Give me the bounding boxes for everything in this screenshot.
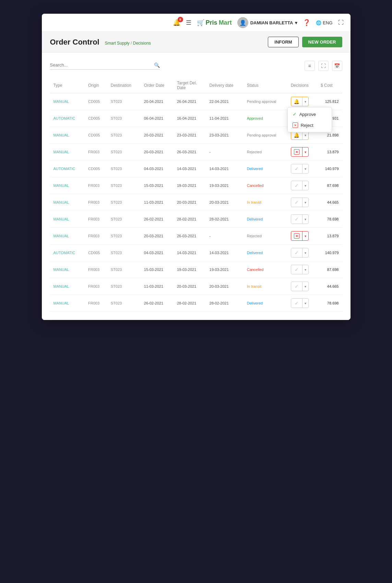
cell-status: Pending approval <box>243 93 287 110</box>
decision-icon[interactable]: ✓ <box>291 198 302 207</box>
toolbar-icons: ≡ ⛶ 📅 <box>305 61 342 71</box>
decision-wrapper[interactable]: ✓▾ <box>291 298 309 308</box>
decision-button[interactable]: ✓▾ <box>291 265 309 274</box>
cell-decision[interactable]: ✓▾ <box>287 261 317 278</box>
dropdown-approve[interactable]: ✓Approve <box>288 109 332 120</box>
cell-origin: CD005 <box>85 110 107 127</box>
decision-caret[interactable]: ▾ <box>302 164 308 173</box>
decision-caret[interactable]: ▾ <box>302 299 308 308</box>
decision-button[interactable]: ✕▾ <box>291 231 309 241</box>
decision-icon[interactable]: ✓ <box>291 215 302 224</box>
notification-badge: 8 <box>178 17 183 22</box>
decision-icon[interactable]: ✓ <box>291 181 302 190</box>
decision-wrapper[interactable]: ✓▾ <box>291 265 309 274</box>
decision-icon[interactable]: ✓ <box>291 265 302 274</box>
reject-icon: ✕ <box>294 233 299 239</box>
decision-icon[interactable]: ✕ <box>291 231 302 240</box>
search-icon: 🔍 <box>154 62 160 68</box>
decision-caret[interactable]: ▾ <box>302 147 308 156</box>
decision-wrapper[interactable]: ✕▾ <box>291 147 309 157</box>
cell-decision[interactable]: ✓▾ <box>287 278 317 295</box>
cell-delivery-date: - <box>206 228 243 245</box>
cell-order-date: 11-03-2021 <box>141 278 174 295</box>
new-order-button[interactable]: NEW ORDER <box>302 37 342 47</box>
decision-caret[interactable]: ▾ <box>302 265 308 274</box>
decision-icon[interactable]: ✓ <box>291 248 302 257</box>
decision-wrapper[interactable]: ✓▾ <box>291 164 309 174</box>
help-icon[interactable]: ❓ <box>303 19 310 26</box>
calendar-icon[interactable]: 📅 <box>332 61 342 71</box>
decision-caret[interactable]: ▾ <box>302 181 308 190</box>
cell-decision[interactable]: ✕▾ <box>287 228 317 245</box>
decision-caret[interactable]: ▾ <box>302 97 308 106</box>
cell-destination: ST023 <box>107 127 141 144</box>
cell-destination: ST023 <box>107 228 141 245</box>
decision-wrapper[interactable]: ✓▾ <box>291 214 309 224</box>
cell-decision[interactable]: ✕▾ <box>287 144 317 160</box>
cell-target-del: 19-03-2021 <box>174 177 206 194</box>
decision-button[interactable]: ✓▾ <box>291 282 309 291</box>
expand-icon[interactable]: ⛶ <box>318 61 329 71</box>
decision-wrapper[interactable]: ✓▾ <box>291 248 309 258</box>
orders-table: Type Origin Destination Order Date Targe… <box>50 78 342 312</box>
user-menu[interactable]: 👤 DAMIAN BARLETTA ▾ <box>237 17 298 28</box>
decision-caret[interactable]: ▾ <box>302 248 308 257</box>
cell-destination: ST023 <box>107 194 141 211</box>
col-status: Status <box>243 78 287 93</box>
cart-icon: 🛒 <box>197 19 204 26</box>
search-input[interactable] <box>50 62 154 68</box>
decision-wrapper[interactable]: ✓▾ <box>291 198 309 207</box>
decision-icon[interactable]: ✕ <box>291 147 302 156</box>
decision-caret[interactable]: ▾ <box>302 231 308 240</box>
cell-decision[interactable]: ✓▾ <box>287 160 317 177</box>
decision-button[interactable]: ✓▾ <box>291 181 309 190</box>
cell-decision[interactable]: ✓▾ <box>287 177 317 194</box>
decision-icon[interactable]: 🔔 <box>291 97 302 106</box>
app-logo: 🛒 PrisMart <box>197 19 232 26</box>
cell-decision[interactable]: ✓▾ <box>287 211 317 228</box>
decision-wrapper[interactable]: ✓▾ <box>291 282 309 291</box>
decision-icon[interactable]: ✓ <box>291 164 302 173</box>
decision-button[interactable]: ✓▾ <box>291 214 309 224</box>
table-header: Type Origin Destination Order Date Targe… <box>50 78 342 93</box>
cell-decision[interactable]: ✓▾ <box>287 295 317 312</box>
col-delivery-date: Delivery date <box>206 78 243 93</box>
decision-wrapper[interactable]: ✓▾ <box>291 181 309 190</box>
decision-icon[interactable]: ✓ <box>291 299 302 308</box>
decision-wrapper[interactable]: ✕▾ <box>291 231 309 241</box>
cell-decision[interactable]: 🔔▾✓Approve✕Reject <box>287 93 317 110</box>
decision-button[interactable]: ✓▾ <box>291 198 309 207</box>
filter-icon[interactable]: ≡ <box>305 61 315 71</box>
cell-order-date: 11-03-2021 <box>141 194 174 211</box>
language-selector[interactable]: 🌐 ENG <box>316 20 332 25</box>
decision-button[interactable]: 🔔▾ <box>291 97 309 106</box>
cell-cost: 78.698 <box>317 211 342 228</box>
inform-button[interactable]: INFORM <box>268 37 298 47</box>
cell-destination: ST023 <box>107 245 141 261</box>
cell-target-del: 26-04-2021 <box>174 93 206 110</box>
decision-button[interactable]: ✓▾ <box>291 248 309 258</box>
main-content: 🔍 ≡ ⛶ 📅 Type Origin Destination Order Da… <box>42 52 351 320</box>
header-left: Order Control Smart Supply / Decisions <box>50 38 151 47</box>
top-nav: 🔔 8 ☰ 🛒 PrisMart 👤 DAMIAN BARLETTA ▾ ❓ 🌐… <box>42 14 351 32</box>
dropdown-reject[interactable]: ✕Reject <box>288 120 332 131</box>
cell-destination: ST023 <box>107 211 141 228</box>
menu-icon[interactable]: ☰ <box>186 19 191 26</box>
decision-caret[interactable]: ▾ <box>302 215 308 224</box>
decision-wrapper[interactable]: 🔔▾✓Approve✕Reject <box>291 97 309 106</box>
cell-decision[interactable]: ✓▾ <box>287 245 317 261</box>
decision-caret[interactable]: ▾ <box>302 282 308 291</box>
cell-decision[interactable]: ✓▾ <box>287 194 317 211</box>
fullscreen-icon[interactable]: ⛶ <box>338 20 344 26</box>
search-wrapper[interactable]: 🔍 <box>50 62 160 70</box>
breadcrumb: Smart Supply / Decisions <box>105 41 151 46</box>
cell-origin: FR003 <box>85 144 107 160</box>
bell-icon[interactable]: 🔔 8 <box>173 19 180 26</box>
decision-icon[interactable]: ✓ <box>291 282 302 291</box>
decision-button[interactable]: ✓▾ <box>291 164 309 174</box>
cell-delivery-date: 20-03-2021 <box>206 194 243 211</box>
decision-button[interactable]: ✓▾ <box>291 298 309 308</box>
decision-button[interactable]: ✕▾ <box>291 147 309 157</box>
decision-caret[interactable]: ▾ <box>302 198 308 207</box>
cell-cost: 13.879 <box>317 228 342 245</box>
